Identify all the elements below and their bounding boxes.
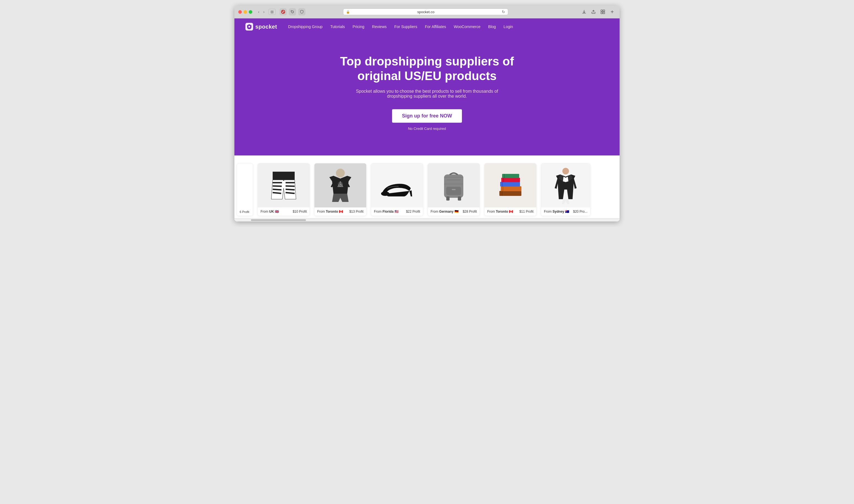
nav-login[interactable]: Login: [504, 24, 513, 29]
nav-dropshipping-group[interactable]: Dropshipping Group: [288, 24, 323, 29]
svg-rect-5: [603, 12, 605, 14]
address-bar[interactable]: 🔒 spocket.co ↻: [343, 8, 508, 15]
svg-rect-31: [499, 191, 521, 196]
svg-line-11: [273, 189, 281, 190]
hero-section: Top dropshipping suppliers of original U…: [234, 35, 620, 156]
browser-right-actions: +: [581, 8, 616, 15]
minimize-button[interactable]: [243, 10, 247, 14]
product-info-coat: From Sydney 🇦🇺 $20 Pro...: [541, 208, 590, 216]
tabs-button[interactable]: [599, 8, 606, 15]
product-origin-coat: From Sydney 🇦🇺: [544, 210, 569, 214]
browser-nav-arrows: ‹ ›: [257, 9, 266, 15]
product-profit-books: $11 Profit: [520, 210, 533, 214]
product-image-coat: [541, 163, 590, 208]
nav-blog[interactable]: Blog: [488, 24, 496, 29]
product-info-shorts: From UK 🇬🇧 $10 Profit: [258, 208, 310, 216]
svg-rect-25: [446, 196, 450, 201]
product-image-backpack: [428, 163, 479, 208]
shield-extension[interactable]: [298, 8, 305, 15]
product-info-tshirt: From Toronto 🇨🇦 $13 Profit: [314, 208, 366, 216]
product-origin-tshirt: From Toronto 🇨🇦: [317, 210, 343, 214]
svg-rect-35: [502, 174, 519, 178]
nav-reviews[interactable]: Reviews: [372, 24, 386, 29]
nav-woocommerce[interactable]: WooCommerce: [454, 24, 480, 29]
svg-rect-8: [273, 177, 295, 180]
svg-rect-26: [458, 196, 461, 201]
products-row: 6 Profit: [234, 161, 620, 218]
product-card-coat[interactable]: From Sydney 🇦🇺 $20 Pro...: [541, 163, 590, 216]
browser-titlebar: ‹ › ⊞ 🔒 spocket.co ↻: [234, 5, 620, 18]
product-image-heels: [371, 163, 423, 208]
product-origin-shorts: From UK 🇬🇧: [260, 210, 279, 214]
download-button[interactable]: [581, 8, 588, 15]
svg-point-6: [249, 26, 250, 28]
logo[interactable]: spocket: [246, 23, 277, 31]
traffic-lights: [238, 10, 252, 14]
nav-for-suppliers[interactable]: For Suppliers: [394, 24, 417, 29]
nav-pricing[interactable]: Pricing: [353, 24, 365, 29]
svg-line-1: [282, 11, 284, 13]
svg-rect-33: [500, 182, 520, 186]
forward-button[interactable]: ›: [262, 9, 266, 15]
products-section: 6 Profit: [234, 156, 620, 221]
sidebar-button[interactable]: ⊞: [269, 9, 276, 15]
new-tab-button[interactable]: +: [608, 8, 616, 15]
product-profit-partial: 6 Profit: [240, 210, 249, 214]
product-origin-backpack: From Germany 🇩🇪: [431, 210, 459, 214]
signup-button[interactable]: Sign up for free NOW: [392, 109, 462, 123]
adblock-extension[interactable]: [279, 8, 287, 15]
product-info-books: From Toronto 🇨🇦 $11 Profit: [485, 208, 536, 216]
product-info-heels: From Florida 🇺🇸 $22 Profit: [371, 208, 423, 216]
product-card-backpack[interactable]: From Germany 🇩🇪 $28 Profit: [428, 163, 480, 216]
product-profit-shorts: $10 Profit: [293, 210, 307, 214]
back-button[interactable]: ‹: [257, 9, 261, 15]
hero-title: Top dropshipping suppliers of original U…: [317, 54, 537, 83]
svg-line-15: [286, 189, 295, 190]
svg-rect-34: [501, 178, 520, 182]
nav-tutorials[interactable]: Tutorials: [330, 24, 345, 29]
svg-rect-2: [601, 10, 602, 12]
product-profit-coat: $20 Pro...: [573, 210, 587, 214]
no-credit-card-text: No Credit Card required: [246, 127, 608, 131]
product-profit-backpack: $28 Profit: [463, 210, 477, 214]
lock-icon: 🔒: [346, 10, 350, 14]
product-profit-tshirt: $13 Profit: [349, 210, 363, 214]
svg-rect-24: [446, 187, 461, 195]
logo-text: spocket: [255, 24, 277, 30]
product-info-partial: 6 Profit: [237, 208, 253, 216]
product-card-partial-left[interactable]: 6 Profit: [237, 163, 253, 216]
product-card-tshirt[interactable]: ★ From Toronto 🇨🇦 $13 Profit: [314, 163, 366, 216]
svg-rect-4: [601, 12, 602, 14]
product-profit-heels: $22 Profit: [406, 210, 420, 214]
nav-for-affiliates[interactable]: For Affiliates: [425, 24, 446, 29]
url-text: spocket.co: [351, 10, 500, 14]
browser-window: ‹ › ⊞ 🔒 spocket.co ↻: [234, 5, 620, 221]
browser-extensions: [279, 8, 305, 15]
hero-subtitle: Spocket allows you to choose the best pr…: [344, 89, 510, 99]
svg-line-16: [286, 193, 295, 193]
product-image-tshirt: ★: [314, 163, 366, 208]
maximize-button[interactable]: [249, 10, 252, 14]
svg-point-18: [336, 169, 345, 177]
product-card-heels[interactable]: From Florida 🇺🇸 $22 Profit: [371, 163, 423, 216]
svg-line-12: [273, 193, 281, 193]
scrollbar-area: [234, 218, 620, 221]
share-button[interactable]: [590, 8, 597, 15]
close-button[interactable]: [238, 10, 242, 14]
product-card-shorts[interactable]: From UK 🇬🇧 $10 Profit: [257, 163, 310, 216]
product-image-shorts: [258, 163, 310, 208]
website-content: spocket Dropshipping Group Tutorials Pri…: [234, 18, 620, 221]
product-card-books[interactable]: From Toronto 🇨🇦 $11 Profit: [484, 163, 537, 216]
svg-point-22: [381, 192, 389, 196]
product-origin-books: From Toronto 🇨🇦: [487, 210, 513, 214]
svg-rect-32: [501, 186, 521, 191]
product-image-books: [485, 163, 536, 208]
horizontal-scrollbar[interactable]: [251, 219, 306, 221]
product-origin-heels: From Florida 🇺🇸: [374, 210, 399, 214]
reload-button[interactable]: ↻: [502, 10, 505, 14]
svg-rect-7: [273, 172, 295, 177]
refresh-extension[interactable]: [289, 8, 296, 15]
svg-rect-28: [452, 189, 456, 190]
svg-point-41: [562, 168, 569, 175]
product-info-backpack: From Germany 🇩🇪 $28 Profit: [428, 208, 479, 216]
